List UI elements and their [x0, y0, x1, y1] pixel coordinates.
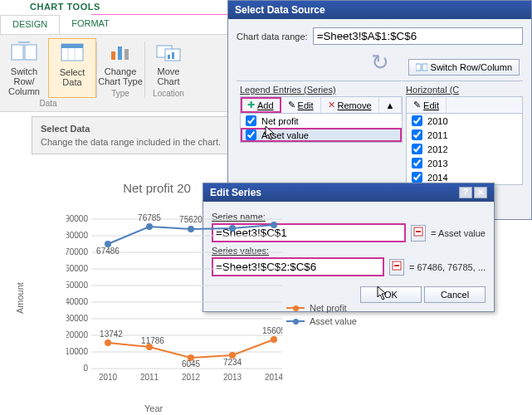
cursor-icon	[265, 125, 276, 140]
svg-text:11786: 11786	[141, 336, 164, 345]
group-data: Data	[39, 98, 56, 110]
svg-point-52	[105, 339, 111, 346]
svg-rect-7	[118, 46, 122, 60]
chart-plot: 0 10000 20000 30000 40000 50000 60000 70…	[66, 203, 282, 385]
svg-text:67486: 67486	[96, 247, 120, 256]
move-chart-label: Move Chart	[158, 66, 180, 86]
select-data-icon	[58, 41, 86, 66]
legend-asset-value: Asset value	[310, 316, 357, 326]
legend-net-profit: Net profit	[310, 303, 347, 313]
svg-rect-3	[61, 44, 83, 48]
svg-text:30000: 30000	[66, 314, 88, 323]
svg-text:80000: 80000	[66, 231, 88, 240]
svg-text:70000: 70000	[66, 247, 88, 256]
svg-text:2012: 2012	[182, 373, 201, 382]
svg-text:7234: 7234	[223, 358, 242, 367]
svg-rect-16	[416, 231, 421, 232]
svg-rect-18	[394, 265, 399, 266]
x-axis-label: Year	[144, 403, 163, 413]
help-button[interactable]: ?	[459, 187, 472, 198]
svg-text:75620: 75620	[179, 215, 203, 224]
series-name-preview: = Asset value	[431, 228, 486, 238]
tooltip-text: Change the data range included in the ch…	[41, 137, 256, 147]
svg-text:76785: 76785	[138, 213, 161, 222]
move-chart-button[interactable]: Move Chart	[144, 38, 193, 88]
group-type: Type	[111, 88, 129, 100]
svg-text:40000: 40000	[66, 297, 88, 306]
svg-text:6045: 6045	[182, 359, 201, 369]
svg-point-46	[188, 226, 194, 232]
series-check-asset-value[interactable]	[246, 129, 256, 140]
series-remove-button[interactable]: ✕Remove	[321, 97, 379, 113]
svg-point-56	[271, 336, 277, 343]
axis-labels-header: Horizontal (C	[406, 85, 523, 95]
svg-point-47	[229, 225, 236, 232]
chart-legend: Net profit Asset value	[286, 303, 357, 330]
series-check-net-profit[interactable]	[246, 115, 256, 126]
switch-rc-label: Switch Row/ Column	[2, 66, 46, 96]
move-chart-icon	[154, 40, 183, 65]
svg-text:2013: 2013	[223, 373, 242, 382]
dialog-title: Select Data Source	[228, 1, 531, 19]
collapse-icon	[413, 227, 423, 237]
svg-text:10000: 10000	[66, 347, 88, 356]
series-values-refselect[interactable]	[389, 259, 404, 276]
change-chart-type-button[interactable]: Change Chart Type	[96, 38, 144, 88]
cancel-button[interactable]: Cancel	[424, 286, 486, 303]
svg-text:20000: 20000	[66, 330, 88, 339]
switch-row-column-button[interactable]: Switch Row/ Column	[0, 38, 48, 98]
y-ticks: 0 10000 20000 30000 40000 50000 60000 70…	[66, 214, 88, 373]
group-location: Location	[153, 88, 184, 100]
ok-button[interactable]: OK	[360, 286, 422, 303]
category-row[interactable]: 2012	[407, 142, 522, 156]
swap-arrow-icon: ↻	[237, 50, 523, 76]
tab-design[interactable]: DESIGN	[0, 15, 60, 34]
chart-type-label: Change Chart Type	[98, 66, 143, 86]
svg-point-48	[271, 222, 277, 228]
x-ticks: 2010 2011 2012 2013 2014	[99, 373, 282, 382]
svg-rect-1	[25, 45, 37, 60]
series-up-button[interactable]: ▲	[379, 97, 403, 113]
svg-text:2011: 2011	[140, 373, 159, 382]
close-button[interactable]: ✕	[474, 187, 487, 198]
svg-rect-0	[12, 45, 23, 60]
collapse-icon	[392, 261, 402, 271]
svg-rect-12	[172, 52, 174, 59]
chart-type-icon	[106, 40, 134, 65]
svg-text:2014: 2014	[265, 373, 282, 382]
series-edit-button[interactable]: ✎Edit	[281, 97, 321, 113]
switch-rc-icon	[10, 40, 38, 65]
tooltip-title: Select Data	[41, 124, 256, 134]
series-name-refselect[interactable]	[411, 225, 426, 242]
svg-rect-11	[168, 55, 170, 59]
svg-text:13742: 13742	[100, 330, 123, 339]
series-add-button[interactable]: ✚Add	[241, 97, 281, 113]
chart-data-range-label: Chart data range:	[237, 32, 308, 42]
select-data-label: Select Data	[60, 67, 85, 87]
y-axis-label: Amount	[15, 282, 25, 314]
chart-area: Net profit 20 Amount Year 0 10000 20000 …	[20, 181, 294, 412]
svg-text:60000: 60000	[66, 264, 88, 273]
svg-text:15605: 15605	[262, 326, 282, 335]
series-values-preview: = 67486, 76785, ...	[409, 262, 486, 272]
svg-text:0: 0	[83, 364, 88, 373]
category-row[interactable]: 2010	[407, 114, 522, 128]
tab-format[interactable]: FORMAT	[60, 15, 121, 34]
svg-text:50000: 50000	[66, 281, 88, 290]
svg-rect-8	[124, 49, 129, 60]
legend-entries-header: Legend Entries (Series)	[240, 85, 403, 95]
svg-text:2010: 2010	[99, 373, 118, 382]
svg-point-45	[146, 223, 153, 230]
chart-data-range-input[interactable]	[313, 27, 523, 45]
category-row[interactable]: 2011	[407, 128, 522, 142]
svg-rect-6	[111, 51, 115, 60]
select-data-button[interactable]: Select Data	[48, 38, 96, 98]
chart-title: Net profit 20	[20, 181, 294, 195]
category-row[interactable]: 2013	[407, 156, 522, 170]
cursor-icon	[377, 286, 388, 300]
axis-edit-button[interactable]: ✎Edit	[407, 97, 447, 113]
svg-text:90000: 90000	[66, 214, 88, 223]
